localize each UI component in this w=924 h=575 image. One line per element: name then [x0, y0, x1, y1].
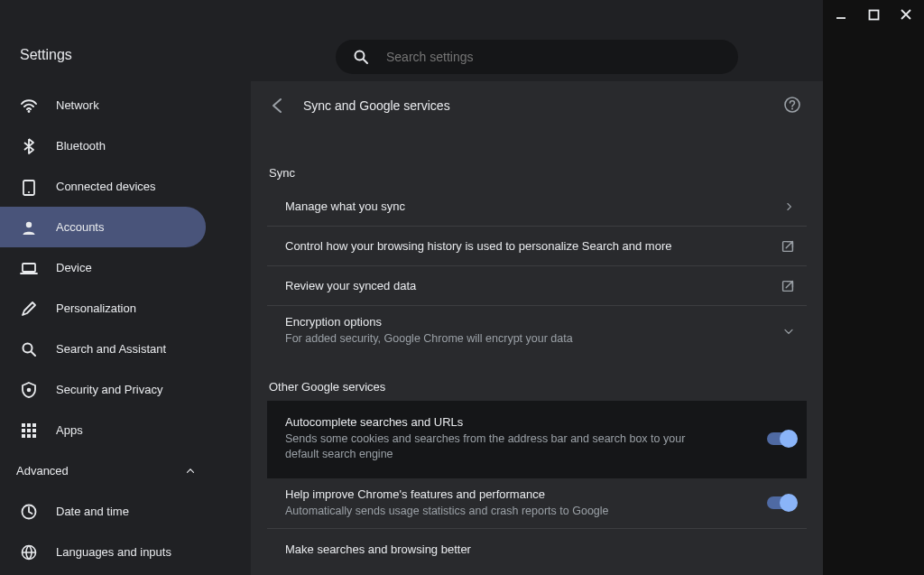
sidebar-item-network[interactable]: Network [0, 85, 206, 125]
chevron-down-icon [781, 324, 803, 339]
row-label: Autocomplete searches and URLs [285, 415, 718, 429]
clock-icon [20, 503, 38, 521]
shield-icon [20, 381, 38, 399]
help-button[interactable] [783, 96, 801, 114]
sidebar-item-languages-inputs[interactable]: Languages and inputs [0, 532, 206, 572]
apps-icon [20, 422, 38, 440]
search-input[interactable] [386, 50, 722, 64]
laptop-icon [20, 259, 38, 277]
sidebar-item-personalization[interactable]: Personalization [0, 288, 206, 329]
sidebar-item-label: Date and time [56, 505, 129, 518]
search-icon [352, 48, 370, 66]
advanced-label: Advanced [16, 464, 69, 478]
bluetooth-icon [20, 137, 38, 155]
sidebar-item-label: Languages and inputs [56, 545, 171, 559]
content-pane: Sync and Google services Sync Manage wha… [251, 81, 823, 575]
row-manage-sync[interactable]: Manage what you sync [267, 187, 807, 227]
row-encryption-options[interactable]: Encryption options For added security, G… [267, 306, 807, 357]
row-label: Help improve Chrome's features and perfo… [285, 487, 609, 501]
window-maximize-button[interactable] [863, 4, 884, 25]
pencil-icon [20, 300, 38, 318]
devices-icon [20, 178, 38, 196]
page-header: Sync and Google services [251, 81, 823, 130]
row-label: Control how your browsing history is use… [285, 239, 672, 253]
toggle-help-improve[interactable] [767, 496, 796, 509]
row-label: Manage what you sync [285, 199, 405, 213]
section-title-other-services: Other Google services [269, 380, 807, 394]
wifi-icon [20, 97, 38, 115]
row-review-synced-data[interactable]: Review your synced data [267, 266, 807, 306]
back-button[interactable] [269, 97, 287, 115]
row-label: Review your synced data [285, 279, 416, 292]
globe-icon [20, 543, 38, 561]
sidebar-item-connected-devices[interactable]: Connected devices [0, 166, 206, 207]
sidebar: Network Bluetooth Connected devices Acco… [0, 81, 251, 575]
window-minimize-button[interactable] [830, 4, 852, 25]
section-title-sync: Sync [269, 166, 807, 180]
sidebar-item-label: Connected devices [56, 180, 156, 193]
app-title: Settings [20, 47, 72, 63]
page-title: Sync and Google services [303, 98, 450, 113]
search-box[interactable] [336, 40, 738, 74]
sidebar-item-label: Apps [56, 423, 83, 437]
row-make-searches-better[interactable]: Make searches and browsing better [267, 529, 807, 569]
person-icon [20, 218, 38, 236]
sidebar-item-label: Personalization [56, 301, 136, 315]
sidebar-item-device[interactable]: Device [0, 247, 206, 288]
sidebar-advanced-toggle[interactable]: Advanced [0, 450, 251, 491]
row-sublabel: Automatically sends usage statistics and… [285, 504, 609, 520]
row-label: Make searches and browsing better [285, 543, 471, 556]
svg-rect-21 [869, 10, 878, 19]
window-close-button[interactable] [895, 4, 917, 25]
sidebar-item-label: Device [56, 261, 92, 274]
row-label: Encryption options [285, 315, 573, 329]
row-browsing-history[interactable]: Control how your browsing history is use… [267, 227, 807, 266]
external-link-icon [780, 238, 803, 255]
external-link-icon [780, 278, 803, 294]
row-help-improve[interactable]: Help improve Chrome's features and perfo… [267, 478, 807, 530]
sidebar-item-label: Accounts [56, 220, 104, 234]
chevron-right-icon [783, 200, 803, 213]
sidebar-item-apps[interactable]: Apps [0, 410, 206, 450]
sidebar-item-label: Security and Privacy [56, 383, 163, 396]
sidebar-item-date-time[interactable]: Date and time [0, 491, 206, 532]
toggle-autocomplete[interactable] [767, 432, 796, 445]
window-right-strip [823, 0, 924, 575]
chevron-up-icon [184, 465, 197, 478]
search-icon [20, 340, 38, 358]
window-controls [830, 4, 917, 25]
sidebar-item-bluetooth[interactable]: Bluetooth [0, 125, 206, 166]
sidebar-item-label: Search and Assistant [56, 342, 166, 356]
sidebar-item-label: Network [56, 98, 99, 112]
sidebar-item-accounts[interactable]: Accounts [0, 207, 206, 247]
sidebar-item-label: Bluetooth [56, 139, 106, 153]
sidebar-item-security-privacy[interactable]: Security and Privacy [0, 369, 206, 410]
sidebar-item-search-assistant[interactable]: Search and Assistant [0, 329, 206, 369]
row-sublabel: For added security, Google Chrome will e… [285, 331, 573, 348]
row-autocomplete[interactable]: Autocomplete searches and URLs Sends som… [267, 401, 807, 478]
row-sublabel: Sends some cookies and searches from the… [285, 431, 718, 463]
